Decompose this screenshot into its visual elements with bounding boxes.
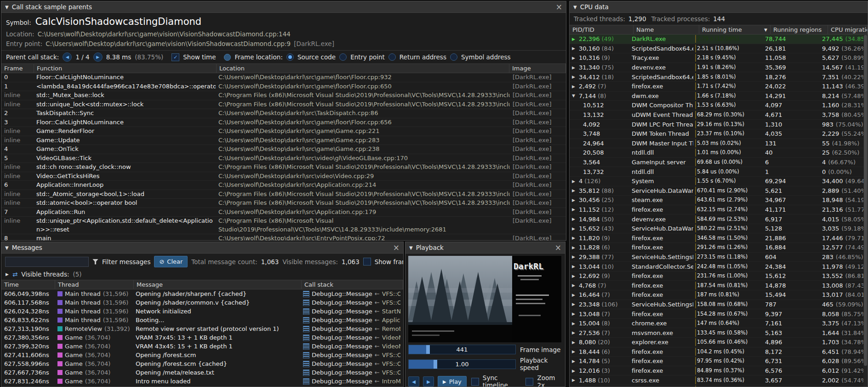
cpu-row[interactable]: ▶ 34,412 (18) ScriptedSandbox64.exe 1.85… [570,72,868,82]
callstack-row[interactable]: 3 Floor::CalcLightNoLuminance C:\Users\w… [1,118,566,127]
cpu-row[interactable]: 4,092 DWM LPC Port Thread 29.16 ms (0.13… [570,120,868,129]
expand-icon[interactable]: ▶ [572,75,577,79]
cpu-row[interactable]: ▶ 4,768 (7) firefox.exe 187.54 ms (0.81%… [570,281,868,290]
cpu-row[interactable]: ▶ 1,488 (10) csrss.exe 83.74 ms (0.36%) … [570,375,868,385]
expand-icon[interactable]: ▶ [572,274,577,278]
close-icon[interactable]: × [555,244,561,252]
frame-image-slider[interactable]: 441 [408,345,516,354]
cpu-row[interactable]: 20,508 ntdll.dll 1.01 ms (0.00%) 40 25 (… [570,148,868,158]
expand-icon[interactable]: ▶ [572,293,577,297]
show-time-checkbox[interactable]: ✓ [171,53,179,61]
expand-icon[interactable]: ▶ [572,369,577,373]
message-row[interactable]: 627,831,246ns Game (36,704) Intro menu l… [1,377,403,386]
callstack-row[interactable]: 1 <lambda_84a19dc444fae966ca174e83e708bd… [1,82,566,92]
cpu-row[interactable]: 3,564 GameInput server 69.68 us (0.00%) … [570,158,868,168]
cpu-row[interactable]: ▶ 15,652 (43) ServiceHub.DataWarehou 580… [570,224,868,234]
callstack-row[interactable]: inline std::unique_lock<std::mutex>::loc… [1,100,566,110]
callstack-row[interactable]: inline Game::RenderFloor C:\Users\wolf\D… [1,127,566,136]
callstack-row[interactable]: inline std::ch rono::steady_clock::now C… [1,163,566,172]
cpu-row[interactable]: 24,964 DWM Master Input Thread 5.03 ms (… [570,139,868,149]
message-callstack[interactable]: DebugLog::Message ← VFS::Open… [300,369,403,376]
cpu-row[interactable]: ▶ 2,492 (7) firefox.exe 1.71 s (7.42%) 2… [570,82,868,92]
callstack-row[interactable]: inline std::unique_ptr<Application,std::… [1,217,566,234]
col-header-running-time[interactable]: Running time▼ [699,25,771,34]
message-callstack[interactable]: DebugLog::Message ← Application: [300,317,403,323]
message-callstack[interactable]: DebugLog::Message ← IntroMenu::… [300,378,403,385]
cpu-row[interactable]: ▶ 4 (126) System 1.55 s (6.70%) 69,294 3… [570,177,868,186]
cpu-row[interactable]: ▶ 35,812 (88) ServiceHub.DataWarehou 670… [570,186,868,196]
cpu-row[interactable]: ▶ 13,048 (7) firefox.exe 154.28 ms (0.67… [570,309,868,319]
message-callstack[interactable]: DebugLog::Message ← VFS::Open… [300,352,403,358]
radio-source-code[interactable] [286,53,294,61]
message-row[interactable]: 627,380,356ns Game (36,704) VRAM 37x45: … [1,333,403,342]
expand-icon[interactable]: ▼ [572,93,577,98]
expand-icon[interactable]: ▶ [572,226,577,231]
expand-icon[interactable]: ▶ [572,217,577,221]
expand-icon[interactable]: ▶ [572,312,577,316]
cpu-row[interactable]: ▶ 14,984 (50) devenv.exe 584.69 ms (2.53… [570,214,868,224]
cpu-row[interactable]: 13,732 ntdll.dll 5.84 us (0.00%) 1 0 (0.… [570,167,868,177]
radio-return-address[interactable] [388,53,396,61]
cpu-row[interactable]: ▶ 27,536 (7) msvsmon.exe 133.45 ms (0.58… [570,328,868,338]
cpu-row[interactable]: ▶ 29,388 (77) ServiceHub.SettingsHost 27… [570,253,868,262]
callstack-row[interactable]: 7 Application::Run C:\Users\wolf\Desktop… [1,208,566,217]
radio-symbol-address[interactable] [450,53,457,61]
cpu-row[interactable]: ▶ 14,784 (5) firefox.exe 97.95 ms (0.42%… [570,357,868,366]
message-callstack[interactable]: DebugLog::Message ← StartNetwo [300,308,403,315]
message-row[interactable]: 606,117,568ns Main thread (31,596) Openi… [1,298,403,307]
expand-icon[interactable]: ▶ [572,330,577,335]
cpu-row[interactable]: ▶ 22,396 (49) DarkRL.exe 2.79 s (12.06%)… [570,35,868,44]
expand-icon[interactable]: ▶ [572,37,577,41]
expand-icon[interactable]: ▶ [572,264,577,269]
cpu-row[interactable]: ▶ 15,004 (8) chrome.exe 147 ms (0.64%) 7… [570,319,868,329]
cpu-row[interactable]: ▶ 18,444 (6) firefox.exe 104.2 ms (0.45%… [570,347,868,357]
callstack-row[interactable]: inline Game::Update C:\Users\wolf\Deskto… [1,136,566,145]
callstack-row[interactable]: inline std::atomic<bool>::operator bool … [1,199,566,208]
expand-icon[interactable]: ▶ [572,321,577,326]
expand-icon[interactable]: ▶ [572,56,577,60]
close-icon[interactable]: × [393,244,400,252]
message-row[interactable]: 627,411,606ns Game (36,704) Opening /for… [1,351,403,359]
expand-icon[interactable]: ▶ [572,207,577,212]
cpu-row[interactable]: ▶ 10,316 (9) Tracy.exe 2.18 s (9.45%) 11… [570,53,868,63]
expander-icon[interactable]: ▶ [6,272,9,277]
callstack-row[interactable]: 6 Application::InnerLoop C:\Users\wolf\D… [1,181,566,190]
message-row[interactable]: 627,313,190ns RemoteView (31,392) Remote… [1,324,403,333]
cpu-row[interactable]: ▶ 16,464 (7) firefox.exe 187 ms (0.81%) … [570,290,868,300]
message-row[interactable]: 627,667,736ns Game (36,704) Opening /met… [1,368,403,377]
expand-icon[interactable]: ▶ [572,84,577,89]
message-callstack[interactable]: DebugLog::Message ← VideoMemo [300,343,403,350]
expand-icon[interactable]: ▶ [572,198,577,202]
expand-icon[interactable]: ▶ [572,302,577,306]
expand-icon[interactable]: ▶ [572,283,577,288]
cpu-row[interactable]: ▶ 30,456 (25) steam.exe 643.61 ms (2.79%… [570,196,868,205]
message-row[interactable]: 627,558,996ns Game (36,704) Opening /for… [1,359,403,368]
message-callstack[interactable]: DebugLog::Message ← VFS::Open… [300,290,403,297]
cpu-row[interactable]: ▶ 30,160 (84) ScriptedSandbox64.exe 2.51… [570,44,868,54]
expand-icon[interactable]: ▶ [572,340,577,345]
message-callstack[interactable]: DebugLog::Message ← RemoteViev [300,325,403,332]
cpu-row[interactable]: 13,132 uDWM Event Thread 68.29 ms (0.30%… [570,110,868,120]
cpu-row[interactable]: ▶ 8,080 (20) explorer.exe 105.66 ms (0.4… [570,338,868,347]
cpu-row[interactable]: ▶ 31,340 (75) devenv.exe 1.91 s (8.26%) … [570,63,868,73]
expand-icon[interactable]: ▶ [572,378,577,382]
col-header-cpu-migrations[interactable]: CPU migrations [828,25,868,34]
cpu-row[interactable]: ▶ 11,820 (9) firefox.exe 346.58 ms (1.50… [570,233,868,243]
expand-icon[interactable]: ▶ [572,349,577,354]
cpu-row[interactable]: ▶ 11,152 (12) firefox.exe 632.15 ms (2.7… [570,205,868,215]
message-callstack[interactable]: DebugLog::Message ← VFS::Open [300,299,403,306]
callstack-row[interactable]: 2 TaskDispatch::Sync C:\Users\wolf\Deskt… [1,109,566,118]
radio-entry-point[interactable] [339,53,347,61]
cpu-row[interactable]: ▶ 23,348 (106) ServiceHub.SettingsHost 1… [570,300,868,310]
message-callstack[interactable]: DebugLog::Message ← VideoMemo [300,334,403,341]
cpu-row[interactable]: ▶ 11,828 (6) firefox.exe 291.26 ms (1.26… [570,243,868,253]
cpu-scrollbar[interactable] [863,35,868,387]
expand-icon[interactable]: ▶ [572,359,577,364]
expand-icon[interactable]: ▶ [572,179,577,184]
cpu-row[interactable]: ▼ 7,144 (8) dwm.exe 1.66 s (7.18%) 14,29… [570,92,868,101]
close-icon[interactable]: × [556,3,562,11]
playback-speed-slider[interactable]: 1.00 [408,359,516,369]
expand-icon[interactable]: ▶ [572,236,577,240]
cpu-row[interactable]: 10,512 DWM Compositor Thread 1.53 s (6.6… [570,101,868,110]
callstack-row[interactable]: inline std::_Atomic_storage<bool,1>::loa… [1,190,566,199]
